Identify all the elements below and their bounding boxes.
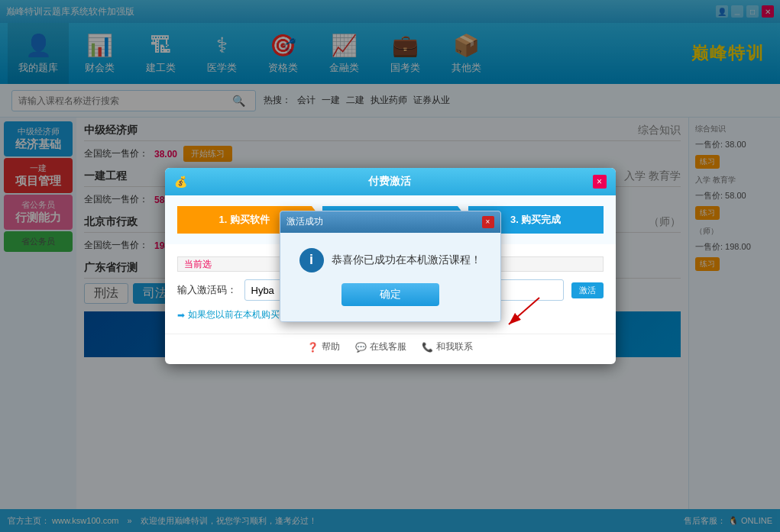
footer-online-service[interactable]: 💬 在线客服 [355, 340, 406, 353]
overlay: 💰 付费激活 × 1. 购买软件 2. 激活软件 3. 购买完成 当前选 [0, 0, 780, 532]
success-header: 激活成功 × [280, 211, 500, 233]
success-body: i 恭喜你已成功在本机激活课程！ 确定 [280, 233, 500, 321]
success-ok-btn[interactable]: 确定 [341, 283, 439, 306]
contact-label: 和我联系 [436, 340, 473, 353]
pay-dialog: 💰 付费激活 × 1. 购买软件 2. 激活软件 3. 购买完成 当前选 [165, 168, 616, 364]
success-close-btn[interactable]: × [482, 216, 494, 228]
success-popup: 激活成功 × i 恭喜你已成功在本机激活课程！ 确定 [280, 211, 501, 322]
success-title: 激活成功 [286, 215, 323, 228]
pay-dialog-close[interactable]: × [593, 175, 607, 189]
current-machine-label: 当前选 [184, 258, 212, 271]
pay-dialog-title: 付费激活 [368, 175, 411, 189]
help-label: 帮助 [322, 340, 340, 353]
contact-icon: 📞 [422, 342, 433, 353]
online-service-label: 在线客服 [370, 340, 406, 353]
footer-contact[interactable]: 📞 和我联系 [422, 340, 473, 353]
activate-main-btn[interactable]: 激活 [571, 282, 604, 298]
pay-dialog-header: 💰 付费激活 × [165, 168, 616, 195]
success-message: 恭喜你已成功在本机激活课程！ [332, 253, 481, 267]
footer-help[interactable]: ❓ 帮助 [307, 340, 340, 353]
success-msg-row: i 恭喜你已成功在本机激活课程！ [299, 248, 481, 272]
info-icon: i [299, 248, 324, 272]
pay-dialog-icon: 💰 [174, 176, 187, 188]
code-label: 输入激活码： [177, 283, 237, 297]
pay-dialog-footer: ❓ 帮助 💬 在线客服 📞 和我联系 [165, 334, 616, 364]
help-icon: ❓ [307, 342, 319, 353]
online-service-icon: 💬 [355, 342, 367, 353]
